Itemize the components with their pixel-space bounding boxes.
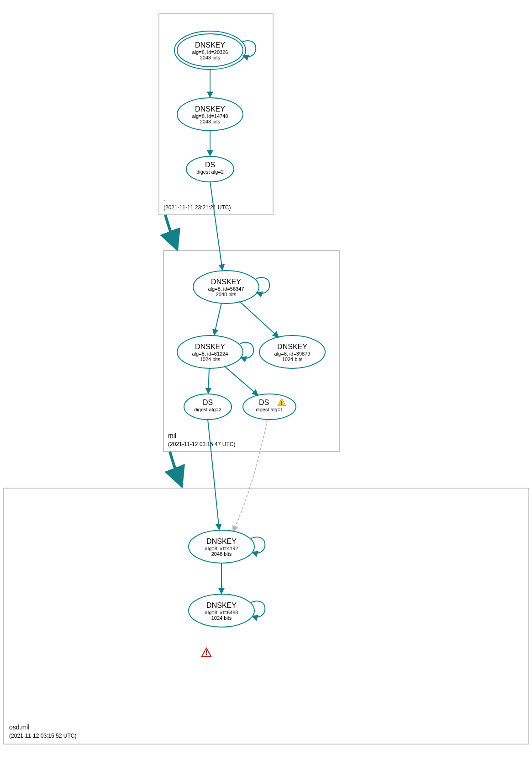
svg-text:2048 bits: 2048 bits [216,292,237,297]
node-mil-ds2: DS digest alg=2 [184,394,232,420]
svg-text:alg=8, id=4192: alg=8, id=4192 [205,546,238,551]
edge-delegation-root-mil [165,215,177,250]
zone-osd-name: osd.mil [9,723,29,731]
svg-text:1024 bits: 1024 bits [200,356,221,362]
svg-rect-43 [206,650,207,654]
edge-delegation-mil-osd [170,452,182,486]
error-icon [202,648,211,656]
edge-mil-ksk-zsk2 [239,301,279,337]
svg-text:2048 bits: 2048 bits [200,55,221,60]
node-root-ksk: DNSKEY alg=8, id=20326 2048 bits [174,31,246,69]
zone-mil-timestamp: (2021-11-12 03:15:47 UTC) [168,441,235,447]
node-mil-zsk: DNSKEY alg=8, id=61224 1024 bits [177,335,243,368]
svg-text:2048 bits: 2048 bits [211,551,232,557]
svg-rect-33 [281,404,282,405]
zone-osd: osd.mil (2021-11-12 03:15:52 UTC) DNSKEY… [4,488,529,744]
svg-text:DS: DS [205,161,215,169]
svg-text:DNSKEY: DNSKEY [195,41,225,49]
svg-text:DS: DS [259,399,269,406]
svg-text:alg=8, id=14748: alg=8, id=14748 [192,113,228,119]
zone-mil: mil (2021-11-12 03:15:47 UTC) DNSKEY alg… [163,250,339,452]
edge-mil-zsk-ds1 [224,366,258,395]
svg-rect-32 [281,401,282,404]
svg-text:digest alg=2: digest alg=2 [194,407,221,412]
node-osd-ksk: DNSKEY alg=8, id=4192 2048 bits [189,530,254,563]
node-root-ds: DS digest alg=2 [186,156,234,182]
svg-text:alg=8, id=6468: alg=8, id=6468 [205,610,238,615]
zone-osd-timestamp: (2021-11-12 03:15:52 UTC) [9,733,76,739]
edge-mil-zsk-ds2 [208,368,209,394]
svg-text:2048 bits: 2048 bits [200,119,221,124]
svg-text:DNSKEY: DNSKEY [277,343,307,351]
edge-ds1-mil-osd [233,420,267,532]
node-mil-ds1: DS digest alg=1 [243,394,296,420]
svg-text:digest alg=2: digest alg=2 [196,169,224,175]
svg-text:1024 bits: 1024 bits [211,615,232,621]
edge-mil-ksk-zsk [214,303,221,335]
svg-rect-44 [206,654,207,655]
svg-text:alg=8, id=56347: alg=8, id=56347 [208,286,244,292]
zone-root-timestamp: (2021-11-11 23:21:21 UTC) [163,204,231,211]
svg-text:1024 bits: 1024 bits [282,356,303,362]
node-mil-ksk: DNSKEY alg=8, id=56347 2048 bits [193,271,259,303]
svg-text:alg=8, id=39879: alg=8, id=39879 [274,351,311,356]
svg-text:DNSKEY: DNSKEY [206,601,237,609]
svg-text:digest alg=1: digest alg=1 [256,407,283,412]
svg-text:DNSKEY: DNSKEY [195,105,225,113]
zone-root-name: . [163,195,165,202]
node-osd-zsk: DNSKEY alg=8, id=6468 1024 bits [189,594,254,627]
svg-text:alg=8, id=20326: alg=8, id=20326 [192,49,228,55]
svg-text:DNSKEY: DNSKEY [211,278,241,286]
zone-root: . (2021-11-11 23:21:21 UTC) DNSKEY alg=8… [159,14,273,215]
svg-text:alg=8, id=61224: alg=8, id=61224 [192,351,228,356]
zone-mil-name: mil [168,432,176,439]
svg-text:DNSKEY: DNSKEY [206,537,237,545]
svg-text:DNSKEY: DNSKEY [195,343,225,351]
node-mil-zsk2: DNSKEY alg=8, id=39879 1024 bits [259,335,325,368]
node-root-zsk: DNSKEY alg=8, id=14748 2048 bits [177,98,243,131]
edge-ds-mil-osd [208,420,219,530]
edge-ds-root-mil [210,182,222,270]
svg-rect-34 [4,488,529,744]
svg-text:DS: DS [203,399,213,406]
